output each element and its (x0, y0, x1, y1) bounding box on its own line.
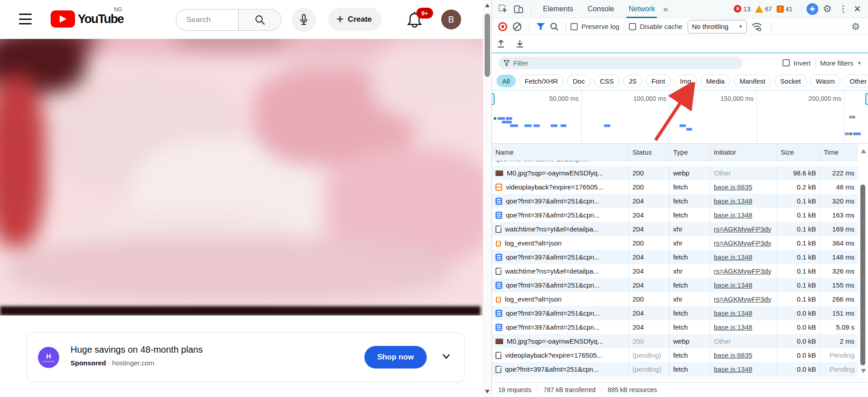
chip-font[interactable]: Font (646, 75, 671, 87)
column-header-size[interactable]: Size (777, 144, 820, 161)
record-button[interactable] (498, 22, 508, 32)
chip-doc[interactable]: Doc (567, 75, 591, 87)
chevron-down-icon[interactable] (441, 351, 452, 362)
import-har-icon[interactable] (496, 39, 505, 49)
initiator-link[interactable]: base.js:1348 (714, 211, 752, 219)
initiator-link[interactable]: rs=AGKMywFP3dy (714, 267, 771, 275)
network-request-row[interactable]: qoe?fmt=397&afmt=251&cpn...204fetchbase.… (492, 320, 868, 334)
video-player[interactable] (0, 39, 483, 316)
issues-icon[interactable]: ! (777, 5, 784, 13)
warnings-icon[interactable] (755, 5, 763, 13)
search-button[interactable] (238, 9, 282, 31)
scroll-up-icon[interactable] (485, 4, 490, 7)
ai-assistant-icon[interactable] (807, 3, 818, 15)
search-input[interactable] (176, 9, 238, 31)
errors-icon[interactable]: ✕ (734, 5, 741, 13)
initiator-link[interactable]: rs=AGKMywFP3dy (714, 295, 771, 303)
search-network-icon[interactable] (550, 22, 559, 31)
filter-toggle-icon[interactable] (536, 23, 545, 31)
column-header-status[interactable]: Status (629, 144, 670, 161)
inspect-element-icon[interactable] (498, 4, 508, 14)
scroll-down-icon[interactable] (485, 390, 490, 393)
column-header-initiator[interactable]: Initiator (710, 144, 777, 161)
request-size: 0.1 kB (777, 264, 820, 278)
network-request-row[interactable]: {;}log_event?alt=json200xhrrs=AGKMywFP3d… (492, 236, 868, 250)
chip-js[interactable]: JS (623, 75, 643, 87)
initiator-link[interactable]: base.js:1348 (714, 323, 752, 331)
chip-manifest[interactable]: Manifest (734, 75, 771, 87)
youtube-logo[interactable]: YouTube (51, 10, 123, 28)
network-request-row[interactable]: M0.jpg?sqp=-oaymwENSDfyq...200webpOther9… (492, 166, 868, 180)
devtools-tabbar: Elements Console Network » ✕ 13 67 ! 41 … (492, 0, 868, 18)
initiator-link[interactable]: rs=AGKMywFP3dy (714, 239, 771, 247)
initiator-link[interactable]: base.js:1348 (714, 281, 752, 289)
initiator-link[interactable]: rs=AGKMywFP3dy (714, 225, 771, 233)
network-request-row[interactable]: videoplayback?expire=176505...(pending)f… (492, 348, 868, 362)
network-request-row[interactable]: qoe?fmt=397&afmt=251&cpn...(pending)fetc… (492, 362, 868, 376)
chip-wasm[interactable]: Wasm (810, 75, 841, 87)
more-filters-dropdown[interactable]: More filters ▼ (820, 59, 862, 67)
scrollbar-thumb[interactable] (485, 14, 490, 77)
initiator-link[interactable]: base.js:1348 (714, 197, 752, 205)
network-settings-gear-icon[interactable]: ⚙ (851, 21, 860, 32)
tab-network[interactable]: Network (627, 0, 657, 18)
mic-button[interactable] (292, 8, 316, 32)
column-header-name[interactable]: Name (492, 144, 629, 161)
clear-network-icon[interactable] (512, 22, 522, 32)
settings-gear-icon[interactable]: ⚙ (823, 3, 832, 15)
throttling-dropdown[interactable]: No throttling ▼ (688, 20, 747, 33)
page-scrollbar[interactable] (483, 0, 491, 397)
network-request-row[interactable]: watchtime?ns=yt&el=detailpa...204xhrrs=A… (492, 222, 868, 236)
disable-cache-checkbox[interactable] (629, 23, 636, 30)
initiator-link[interactable]: base.js:6835 (714, 183, 752, 191)
tab-elements[interactable]: Elements (541, 0, 575, 18)
initiator-link[interactable]: base.js:1348 (714, 253, 752, 261)
table-scrollbar[interactable] (858, 144, 868, 382)
mic-icon (298, 14, 309, 26)
request-initiator-cell: base.js:6835 (710, 180, 777, 194)
create-label: Create (348, 15, 372, 24)
network-request-row[interactable]: {;}log_event?alt=json200xhrrs=AGKMywFP3d… (492, 292, 868, 306)
initiator-link[interactable]: base.js:1348 (714, 309, 752, 317)
column-header-time[interactable]: Time (820, 144, 859, 161)
chip-img[interactable]: Img (674, 75, 697, 87)
network-request-row[interactable]: qoe?fmt=397&afmt=251&cpn...204fetchbase.… (492, 278, 868, 292)
initiator-link[interactable]: base.js:1348 (714, 365, 752, 373)
shop-now-button[interactable]: Shop now (364, 346, 427, 369)
chip-socket[interactable]: Socket (774, 75, 807, 87)
chip-media[interactable]: Media (700, 75, 731, 87)
tab-console[interactable]: Console (586, 0, 616, 18)
overview-left-handle[interactable] (492, 93, 495, 105)
close-devtools-icon[interactable]: × (854, 2, 861, 16)
filter-input[interactable] (513, 59, 737, 67)
avatar[interactable]: B (441, 9, 461, 29)
filter-input-pill[interactable] (498, 57, 742, 69)
preserve-log-checkbox[interactable] (571, 23, 578, 30)
network-request-row[interactable]: qoe?fmt=397&afmt=251&cpn...204fetchbase.… (492, 306, 868, 320)
invert-checkbox[interactable] (783, 59, 790, 66)
chip-other[interactable]: Other (844, 75, 868, 87)
chip-all[interactable]: All (496, 75, 516, 87)
create-button[interactable]: + Create (328, 8, 382, 31)
column-header-type[interactable]: Type (670, 144, 710, 161)
network-request-row[interactable]: watchtime?ns=yt&el=detailpa...204xhrrs=A… (492, 264, 868, 278)
scrollbar-thumb[interactable] (860, 184, 865, 365)
network-request-row[interactable]: qoe?fmt=397&afmt=251&cpn...204fetchbase.… (492, 208, 868, 222)
chip-fetch-xhr[interactable]: Fetch/XHR (519, 75, 564, 87)
network-request-row[interactable]: qoe?fmt=397&afmt=251&cpn...204fetchbase.… (492, 250, 868, 264)
scroll-up-icon[interactable] (861, 149, 866, 153)
kebab-menu-icon[interactable]: ⋮ (839, 4, 848, 14)
network-request-row[interactable]: M0.jpg?sqp=-oaymwENSDfyq...200webpOther0… (492, 334, 868, 348)
initiator-link[interactable]: base.js:6835 (714, 351, 752, 359)
menu-icon[interactable] (19, 14, 32, 24)
network-conditions-icon[interactable] (751, 22, 762, 31)
network-request-row[interactable]: <>videoplayback?expire=176505...200fetch… (492, 180, 868, 194)
scroll-down-icon[interactable] (861, 369, 866, 373)
network-request-row[interactable]: qoe?fmt=397&afmt=251&cpn...204fetchbase.… (492, 194, 868, 208)
network-overview-timeline[interactable]: 50,000 ms100,000 ms150,000 ms200,000 ms (492, 90, 868, 144)
device-toolbar-icon[interactable] (514, 4, 524, 14)
chip-css[interactable]: CSS (594, 75, 620, 87)
export-har-icon[interactable] (515, 39, 524, 49)
overview-right-handle[interactable] (865, 93, 868, 105)
more-tabs-icon[interactable]: » (663, 4, 668, 14)
